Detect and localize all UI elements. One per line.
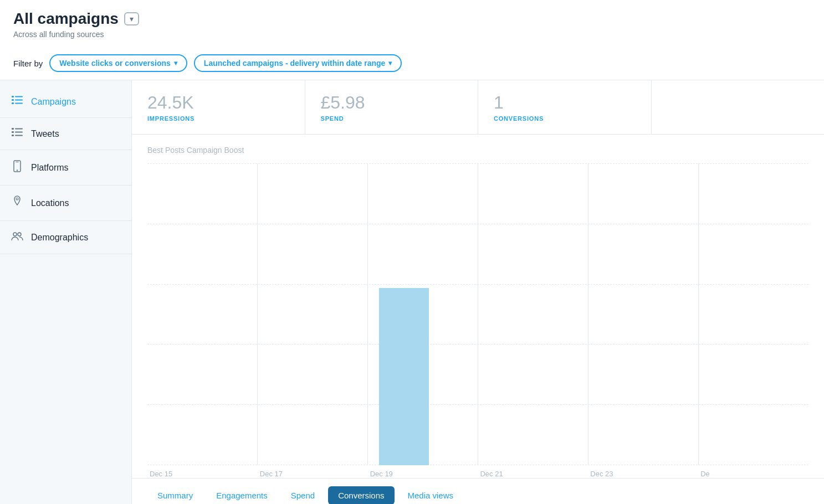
bar-value xyxy=(379,288,429,465)
svg-rect-11 xyxy=(15,135,23,136)
location-pin-icon xyxy=(11,196,23,210)
sidebar: Campaigns Tweets xyxy=(0,80,132,504)
sidebar-item-locations[interactable]: Locations xyxy=(0,186,131,221)
chart-col xyxy=(257,163,367,465)
header-title-row: All campaigns ▾ xyxy=(13,10,811,28)
stat-impressions: 24.5K IMPRESSIONS xyxy=(132,80,305,134)
sidebar-item-demographics-label: Demographics xyxy=(31,233,88,243)
stat-empty xyxy=(652,80,825,134)
chart-col xyxy=(147,163,257,465)
spend-value: £5.98 xyxy=(321,92,463,113)
svg-rect-2 xyxy=(12,102,14,104)
launched-campaigns-filter-button[interactable]: Launched campaigns - delivery within dat… xyxy=(194,54,402,72)
demographics-icon xyxy=(11,231,23,244)
chart-col xyxy=(698,163,808,465)
page-title: All campaigns xyxy=(13,10,119,28)
filter-label: Filter by xyxy=(13,59,43,68)
svg-rect-0 xyxy=(12,96,14,97)
conversions-value: 1 xyxy=(494,92,636,113)
conversions-label: CONVERSIONS xyxy=(494,115,636,122)
chart-area: Best Posts Campaign Boost xyxy=(132,135,824,478)
campaigns-dropdown-button[interactable]: ▾ xyxy=(124,12,139,25)
header-subtitle: Across all funding sources xyxy=(13,30,811,39)
x-label-dec23: Dec 23 xyxy=(588,470,698,478)
x-label-dec17: Dec 17 xyxy=(258,470,368,478)
list-icon xyxy=(11,128,23,140)
x-label-dec15: Dec 15 xyxy=(147,470,258,478)
svg-point-16 xyxy=(13,233,17,236)
tab-engagements[interactable]: Engagements xyxy=(206,486,278,504)
chart-col xyxy=(588,163,698,465)
filter-row: Filter by Website clicks or conversions … xyxy=(13,47,811,80)
chart-col xyxy=(478,163,588,465)
spend-label: SPEND xyxy=(321,115,463,122)
svg-point-14 xyxy=(17,169,18,171)
tab-conversions[interactable]: Conversions xyxy=(328,486,394,504)
chart-container: Dec 15 Dec 17 Dec 19 Dec 21 Dec 23 De xyxy=(147,163,808,478)
filter2-label: Launched campaigns - delivery within dat… xyxy=(204,59,386,68)
svg-rect-10 xyxy=(15,132,23,133)
mobile-icon xyxy=(11,160,23,175)
chart-x-axis: Dec 15 Dec 17 Dec 19 Dec 21 Dec 23 De xyxy=(147,470,808,478)
tab-spend[interactable]: Spend xyxy=(281,486,325,504)
tab-media-views[interactable]: Media views xyxy=(398,486,464,504)
stat-spend: £5.98 SPEND xyxy=(305,80,479,134)
sidebar-item-campaigns[interactable]: Campaigns xyxy=(0,86,131,118)
svg-rect-6 xyxy=(12,128,14,130)
chart-columns xyxy=(147,163,808,465)
chart-bars-area xyxy=(147,163,808,465)
chevron-down-icon: ▾ xyxy=(388,59,392,67)
chart-bar-dec19 xyxy=(379,288,429,465)
stats-row: 24.5K IMPRESSIONS £5.98 SPEND 1 CONVERSI… xyxy=(132,80,824,135)
sidebar-item-tweets[interactable]: Tweets xyxy=(0,118,131,150)
svg-rect-4 xyxy=(15,100,23,101)
sidebar-item-campaigns-label: Campaigns xyxy=(31,97,76,107)
svg-rect-5 xyxy=(15,103,23,104)
sidebar-item-platforms-label: Platforms xyxy=(31,163,69,173)
svg-point-15 xyxy=(16,198,18,200)
tab-summary[interactable]: Summary xyxy=(147,486,203,504)
bottom-tabs: Summary Engagements Spend Conversions Me… xyxy=(132,478,824,504)
svg-rect-1 xyxy=(12,99,14,101)
chart-campaign-label: Best Posts Campaign Boost xyxy=(147,146,808,155)
website-clicks-filter-button[interactable]: Website clicks or conversions ▾ xyxy=(49,54,187,72)
content-area: 24.5K IMPRESSIONS £5.98 SPEND 1 CONVERSI… xyxy=(132,80,824,504)
filter1-label: Website clicks or conversions xyxy=(59,59,171,68)
sidebar-item-demographics[interactable]: Demographics xyxy=(0,221,131,254)
svg-rect-8 xyxy=(12,135,14,136)
sidebar-item-locations-label: Locations xyxy=(31,198,69,208)
svg-rect-7 xyxy=(12,131,14,133)
stat-conversions: 1 CONVERSIONS xyxy=(478,80,652,134)
x-label-de: De xyxy=(698,470,808,478)
svg-rect-9 xyxy=(15,128,23,130)
impressions-label: IMPRESSIONS xyxy=(147,115,289,122)
chevron-down-icon: ▾ xyxy=(130,14,134,23)
impressions-value: 24.5K xyxy=(147,92,289,113)
x-label-dec21: Dec 21 xyxy=(478,470,588,478)
sidebar-item-platforms[interactable]: Platforms xyxy=(0,150,131,186)
sidebar-item-tweets-label: Tweets xyxy=(31,129,59,139)
svg-rect-3 xyxy=(15,96,23,97)
main-layout: Campaigns Tweets xyxy=(0,80,824,504)
x-label-dec19: Dec 19 xyxy=(368,470,478,478)
list-icon xyxy=(11,96,23,107)
chevron-down-icon: ▾ xyxy=(174,59,177,67)
header: All campaigns ▾ Across all funding sourc… xyxy=(0,0,824,80)
